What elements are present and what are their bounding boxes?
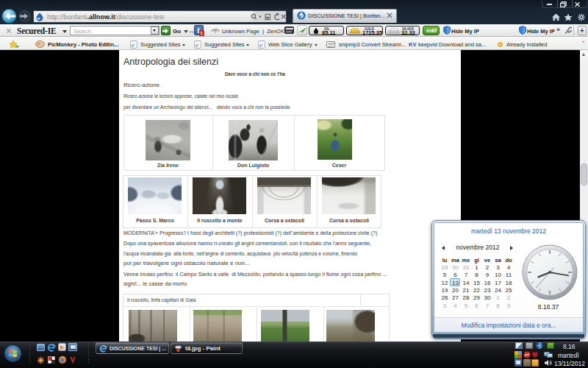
svg-text:e: e [259, 41, 262, 49]
svg-text:e: e [196, 41, 198, 49]
svg-text:e: e [132, 41, 135, 49]
